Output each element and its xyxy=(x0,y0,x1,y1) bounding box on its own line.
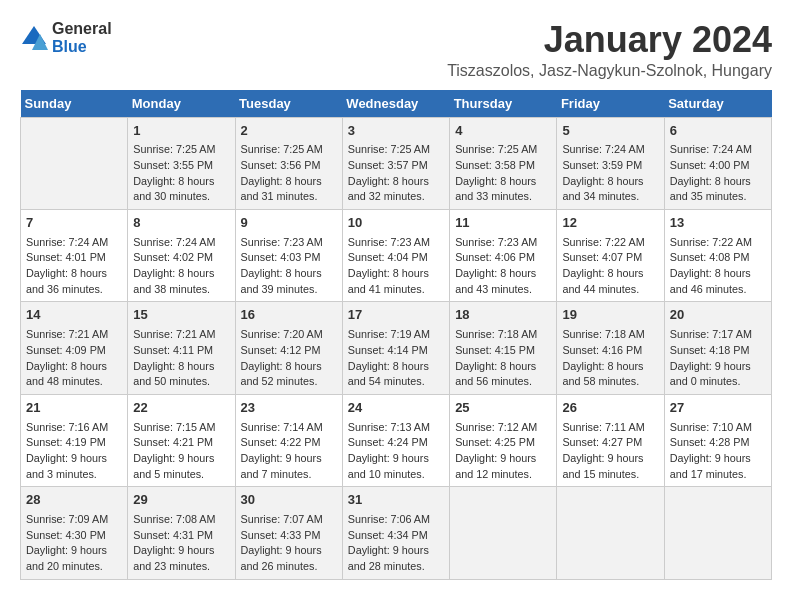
day-number: 15 xyxy=(133,306,229,325)
calendar-header-row: SundayMondayTuesdayWednesdayThursdayFrid… xyxy=(21,90,772,118)
day-number: 24 xyxy=(348,399,444,418)
calendar-cell: 2Sunrise: 7:25 AM Sunset: 3:56 PM Daylig… xyxy=(235,117,342,209)
calendar-cell: 12Sunrise: 7:22 AM Sunset: 4:07 PM Dayli… xyxy=(557,210,664,302)
day-info: Sunrise: 7:23 AM Sunset: 4:06 PM Dayligh… xyxy=(455,235,551,298)
calendar-cell: 8Sunrise: 7:24 AM Sunset: 4:02 PM Daylig… xyxy=(128,210,235,302)
day-info: Sunrise: 7:15 AM Sunset: 4:21 PM Dayligh… xyxy=(133,420,229,483)
subtitle: Tiszaszolos, Jasz-Nagykun-Szolnok, Hunga… xyxy=(447,62,772,80)
calendar-cell: 22Sunrise: 7:15 AM Sunset: 4:21 PM Dayli… xyxy=(128,394,235,486)
day-info: Sunrise: 7:11 AM Sunset: 4:27 PM Dayligh… xyxy=(562,420,658,483)
day-info: Sunrise: 7:23 AM Sunset: 4:04 PM Dayligh… xyxy=(348,235,444,298)
logo-icon xyxy=(20,24,48,52)
calendar-cell: 27Sunrise: 7:10 AM Sunset: 4:28 PM Dayli… xyxy=(664,394,771,486)
day-info: Sunrise: 7:12 AM Sunset: 4:25 PM Dayligh… xyxy=(455,420,551,483)
day-number: 8 xyxy=(133,214,229,233)
day-info: Sunrise: 7:22 AM Sunset: 4:07 PM Dayligh… xyxy=(562,235,658,298)
header-day-tuesday: Tuesday xyxy=(235,90,342,118)
header-day-wednesday: Wednesday xyxy=(342,90,449,118)
day-number: 11 xyxy=(455,214,551,233)
calendar-cell: 3Sunrise: 7:25 AM Sunset: 3:57 PM Daylig… xyxy=(342,117,449,209)
day-number: 28 xyxy=(26,491,122,510)
day-number: 2 xyxy=(241,122,337,141)
calendar-cell: 13Sunrise: 7:22 AM Sunset: 4:08 PM Dayli… xyxy=(664,210,771,302)
day-number: 31 xyxy=(348,491,444,510)
logo-blue: Blue xyxy=(52,38,87,55)
day-info: Sunrise: 7:19 AM Sunset: 4:14 PM Dayligh… xyxy=(348,327,444,390)
day-number: 16 xyxy=(241,306,337,325)
day-info: Sunrise: 7:25 AM Sunset: 3:57 PM Dayligh… xyxy=(348,142,444,205)
day-number: 19 xyxy=(562,306,658,325)
day-info: Sunrise: 7:21 AM Sunset: 4:11 PM Dayligh… xyxy=(133,327,229,390)
day-info: Sunrise: 7:18 AM Sunset: 4:15 PM Dayligh… xyxy=(455,327,551,390)
header-day-thursday: Thursday xyxy=(450,90,557,118)
calendar-cell: 4Sunrise: 7:25 AM Sunset: 3:58 PM Daylig… xyxy=(450,117,557,209)
day-number: 12 xyxy=(562,214,658,233)
calendar-cell: 31Sunrise: 7:06 AM Sunset: 4:34 PM Dayli… xyxy=(342,487,449,579)
day-number: 18 xyxy=(455,306,551,325)
calendar-cell xyxy=(450,487,557,579)
day-number: 17 xyxy=(348,306,444,325)
calendar-cell: 7Sunrise: 7:24 AM Sunset: 4:01 PM Daylig… xyxy=(21,210,128,302)
day-info: Sunrise: 7:21 AM Sunset: 4:09 PM Dayligh… xyxy=(26,327,122,390)
day-number: 1 xyxy=(133,122,229,141)
day-info: Sunrise: 7:25 AM Sunset: 3:55 PM Dayligh… xyxy=(133,142,229,205)
calendar-cell: 1Sunrise: 7:25 AM Sunset: 3:55 PM Daylig… xyxy=(128,117,235,209)
day-number: 14 xyxy=(26,306,122,325)
logo: General Blue xyxy=(20,20,112,56)
day-info: Sunrise: 7:23 AM Sunset: 4:03 PM Dayligh… xyxy=(241,235,337,298)
calendar-cell: 9Sunrise: 7:23 AM Sunset: 4:03 PM Daylig… xyxy=(235,210,342,302)
day-info: Sunrise: 7:08 AM Sunset: 4:31 PM Dayligh… xyxy=(133,512,229,575)
calendar-cell: 29Sunrise: 7:08 AM Sunset: 4:31 PM Dayli… xyxy=(128,487,235,579)
day-info: Sunrise: 7:24 AM Sunset: 4:02 PM Dayligh… xyxy=(133,235,229,298)
day-number: 10 xyxy=(348,214,444,233)
calendar-cell: 25Sunrise: 7:12 AM Sunset: 4:25 PM Dayli… xyxy=(450,394,557,486)
logo-general: General xyxy=(52,20,112,37)
header-day-sunday: Sunday xyxy=(21,90,128,118)
main-title: January 2024 xyxy=(447,20,772,60)
calendar-cell: 24Sunrise: 7:13 AM Sunset: 4:24 PM Dayli… xyxy=(342,394,449,486)
day-info: Sunrise: 7:22 AM Sunset: 4:08 PM Dayligh… xyxy=(670,235,766,298)
week-row-3: 21Sunrise: 7:16 AM Sunset: 4:19 PM Dayli… xyxy=(21,394,772,486)
calendar-cell: 6Sunrise: 7:24 AM Sunset: 4:00 PM Daylig… xyxy=(664,117,771,209)
day-info: Sunrise: 7:20 AM Sunset: 4:12 PM Dayligh… xyxy=(241,327,337,390)
day-number: 7 xyxy=(26,214,122,233)
day-info: Sunrise: 7:25 AM Sunset: 3:56 PM Dayligh… xyxy=(241,142,337,205)
calendar-table: SundayMondayTuesdayWednesdayThursdayFrid… xyxy=(20,90,772,580)
day-number: 3 xyxy=(348,122,444,141)
day-number: 22 xyxy=(133,399,229,418)
calendar-cell: 26Sunrise: 7:11 AM Sunset: 4:27 PM Dayli… xyxy=(557,394,664,486)
calendar-cell: 21Sunrise: 7:16 AM Sunset: 4:19 PM Dayli… xyxy=(21,394,128,486)
week-row-4: 28Sunrise: 7:09 AM Sunset: 4:30 PM Dayli… xyxy=(21,487,772,579)
calendar-cell xyxy=(664,487,771,579)
week-row-2: 14Sunrise: 7:21 AM Sunset: 4:09 PM Dayli… xyxy=(21,302,772,394)
header-day-friday: Friday xyxy=(557,90,664,118)
day-number: 27 xyxy=(670,399,766,418)
calendar-cell: 18Sunrise: 7:18 AM Sunset: 4:15 PM Dayli… xyxy=(450,302,557,394)
week-row-1: 7Sunrise: 7:24 AM Sunset: 4:01 PM Daylig… xyxy=(21,210,772,302)
calendar-cell: 23Sunrise: 7:14 AM Sunset: 4:22 PM Dayli… xyxy=(235,394,342,486)
calendar-cell: 20Sunrise: 7:17 AM Sunset: 4:18 PM Dayli… xyxy=(664,302,771,394)
day-info: Sunrise: 7:16 AM Sunset: 4:19 PM Dayligh… xyxy=(26,420,122,483)
day-info: Sunrise: 7:09 AM Sunset: 4:30 PM Dayligh… xyxy=(26,512,122,575)
day-info: Sunrise: 7:13 AM Sunset: 4:24 PM Dayligh… xyxy=(348,420,444,483)
week-row-0: 1Sunrise: 7:25 AM Sunset: 3:55 PM Daylig… xyxy=(21,117,772,209)
calendar-cell: 5Sunrise: 7:24 AM Sunset: 3:59 PM Daylig… xyxy=(557,117,664,209)
calendar-cell: 19Sunrise: 7:18 AM Sunset: 4:16 PM Dayli… xyxy=(557,302,664,394)
day-info: Sunrise: 7:24 AM Sunset: 4:01 PM Dayligh… xyxy=(26,235,122,298)
day-number: 23 xyxy=(241,399,337,418)
day-info: Sunrise: 7:14 AM Sunset: 4:22 PM Dayligh… xyxy=(241,420,337,483)
day-info: Sunrise: 7:07 AM Sunset: 4:33 PM Dayligh… xyxy=(241,512,337,575)
title-block: January 2024 Tiszaszolos, Jasz-Nagykun-S… xyxy=(447,20,772,80)
day-info: Sunrise: 7:17 AM Sunset: 4:18 PM Dayligh… xyxy=(670,327,766,390)
day-number: 30 xyxy=(241,491,337,510)
header-day-saturday: Saturday xyxy=(664,90,771,118)
day-number: 21 xyxy=(26,399,122,418)
calendar-cell xyxy=(557,487,664,579)
day-number: 20 xyxy=(670,306,766,325)
header-day-monday: Monday xyxy=(128,90,235,118)
day-info: Sunrise: 7:06 AM Sunset: 4:34 PM Dayligh… xyxy=(348,512,444,575)
calendar-cell: 15Sunrise: 7:21 AM Sunset: 4:11 PM Dayli… xyxy=(128,302,235,394)
day-info: Sunrise: 7:18 AM Sunset: 4:16 PM Dayligh… xyxy=(562,327,658,390)
calendar-cell: 30Sunrise: 7:07 AM Sunset: 4:33 PM Dayli… xyxy=(235,487,342,579)
day-number: 26 xyxy=(562,399,658,418)
